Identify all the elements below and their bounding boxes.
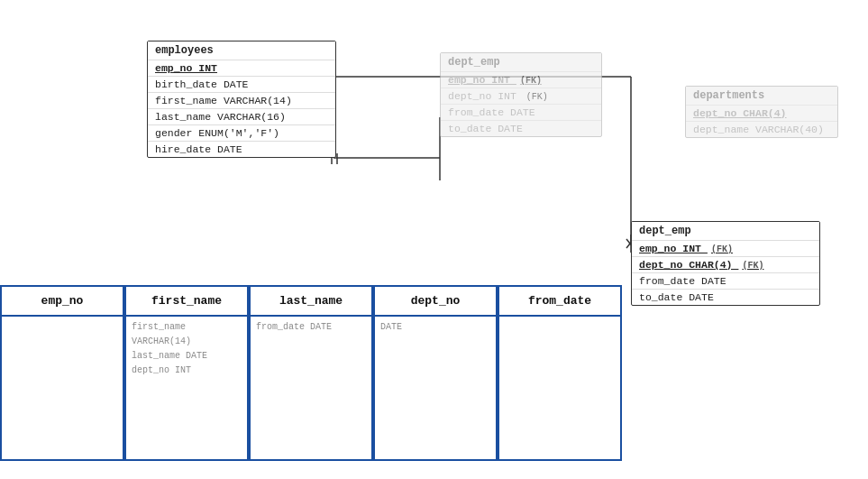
cell-firstname-2: last_name DATE [132,349,242,364]
employees-table: employees emp_no INT birth_date DATE fir… [147,41,336,158]
employees-row-4: gender ENUM('M','F') [148,124,335,141]
col-header-deptno: dept_no [373,287,498,315]
employees-row-1: birth_date DATE [148,76,335,92]
dept-emp-faded-title: dept_emp [441,53,601,71]
col-header-empno: emp_no [0,287,124,315]
dept-emp-faded-row-2: from_date DATE [441,104,601,120]
cell-firstname-1: first_name VARCHAR(14) [132,320,242,349]
dept-emp-row-pk2: dept_no CHAR(4) (FK) [632,256,819,272]
col-body-empno [0,317,124,461]
employees-row-3: last_name VARCHAR(16) [148,108,335,124]
dept-emp-table: dept_emp emp_no INT (FK) dept_no CHAR(4)… [631,221,820,306]
col-header-fromdate: from_date [498,287,622,315]
col-header-lastname: last_name [249,287,373,315]
dept-emp-row-2: to_date DATE [632,289,819,305]
dept-emp-faded-row-1: dept_no INT (FK) [441,88,601,104]
employees-table-title: employees [148,41,335,60]
dept-emp-row-pk1: emp_no INT (FK) [632,240,819,256]
col-body-firstname: first_name VARCHAR(14) last_name DATE de… [124,317,249,461]
dept-emp-table-title: dept_emp [632,222,819,240]
spreadsheet-body: first_name VARCHAR(14) last_name DATE de… [0,317,622,461]
departments-faded-title: departments [686,87,837,105]
dept-emp-faded-table: dept_emp emp_no INT (FK) dept_no INT (FK… [440,52,602,137]
spreadsheet-header: emp_no first_name last_name dept_no from… [0,285,622,317]
dept-emp-row-1: from_date DATE [632,272,819,289]
cell-lastname-1: from_date DATE [256,320,366,335]
dept-emp-faded-row-3: to_date DATE [441,120,601,136]
dept-emp-faded-row-pk: emp_no INT (FK) [441,71,601,88]
col-body-deptno: DATE [373,317,498,461]
cell-deptno-2: DATE [380,320,490,335]
employees-row-pk: emp_no INT [148,60,335,76]
col-body-fromdate [498,317,622,461]
employees-row-2: first_name VARCHAR(14) [148,92,335,108]
departments-faded-row-pk: dept_no CHAR(4) [686,105,837,121]
employees-row-5: hire_date DATE [148,141,335,157]
col-header-firstname: first_name [124,287,249,315]
canvas: employees emp_no INT birth_date DATE fir… [0,0,868,479]
cell-firstname-3: dept_no INT [132,364,242,378]
departments-faded-table: departments dept_no CHAR(4) dept_name VA… [685,86,838,138]
departments-faded-row-1: dept_name VARCHAR(40) [686,121,837,137]
spreadsheet: emp_no first_name last_name dept_no from… [0,285,622,479]
col-body-lastname: from_date DATE [249,317,373,461]
